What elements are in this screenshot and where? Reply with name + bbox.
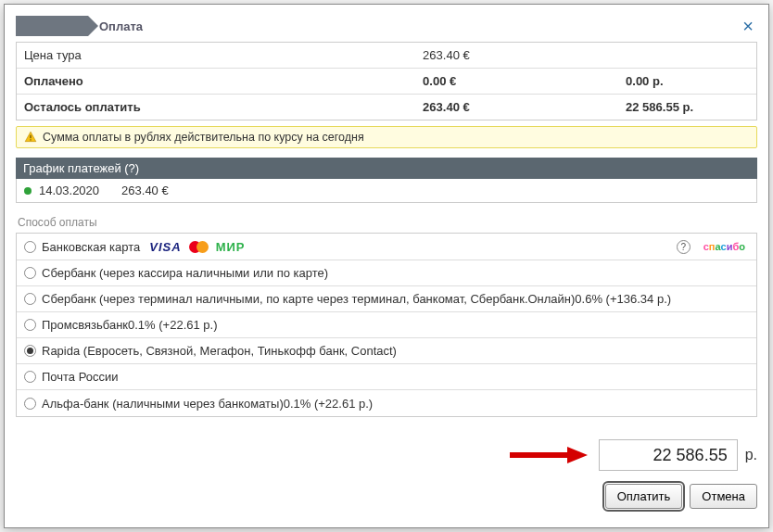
- pay-button[interactable]: Оплатить: [605, 484, 683, 509]
- cancel-button[interactable]: Отмена: [690, 484, 757, 509]
- help-icon[interactable]: ?: [677, 240, 691, 254]
- schedule-amount: 263.40 €: [121, 184, 169, 197]
- price-eur: 263.40 €: [423, 48, 626, 62]
- warning-icon: [24, 131, 37, 144]
- paid-rub: 0.00 р.: [626, 74, 749, 88]
- method-text: Сбербанк (через кассира наличными или по…: [42, 266, 749, 280]
- svg-marker-3: [567, 447, 588, 463]
- method-card[interactable]: Банковская карта VISA МИР ? спасибо: [17, 234, 756, 260]
- modal-header: Оплата ×: [16, 16, 757, 36]
- radio-icon[interactable]: [24, 267, 36, 279]
- method-alfabank[interactable]: Альфа-банк (наличными через банкоматы)0.…: [17, 390, 756, 416]
- modal-title: Оплата: [99, 19, 143, 33]
- rate-notice: Сумма оплаты в рублях действительна по к…: [16, 126, 757, 148]
- radio-icon[interactable]: [24, 398, 36, 410]
- svg-rect-2: [510, 452, 567, 458]
- method-rapida[interactable]: Rapida (Евросеть, Связной, Мегафон, Тинь…: [17, 338, 756, 364]
- price-summary: Цена тура 263.40 € Оплачено 0.00 € 0.00 …: [16, 42, 757, 120]
- status-dot-icon: [24, 187, 32, 195]
- arrow-right-icon: [510, 447, 588, 463]
- svg-rect-0: [30, 135, 31, 139]
- close-icon[interactable]: ×: [739, 17, 757, 35]
- method-sberbank-terminal[interactable]: Сбербанк (через терминал наличными, по к…: [17, 286, 756, 312]
- mir-logo: МИР: [216, 240, 246, 254]
- method-pochta[interactable]: Почта России: [17, 364, 756, 390]
- paid-eur: 0.00 €: [423, 74, 626, 88]
- radio-icon[interactable]: [24, 293, 36, 305]
- schedule-row: 14.03.2020 263.40 €: [16, 179, 757, 203]
- radio-icon[interactable]: [24, 241, 36, 253]
- method-text: Банковская карта: [42, 240, 140, 254]
- price-label: Цена тура: [24, 48, 423, 62]
- row-remaining: Осталось оплатить 263.40 € 22 586.55 р.: [17, 95, 756, 120]
- remain-eur: 263.40 €: [423, 100, 626, 114]
- currency-label: р.: [745, 447, 757, 463]
- breadcrumb-chip: [16, 16, 88, 36]
- spasibo-logo: спасибо: [700, 239, 749, 254]
- remain-rub: 22 586.55 р.: [626, 100, 749, 114]
- amount-input[interactable]: [599, 439, 738, 471]
- schedule-header[interactable]: График платежей (?): [16, 158, 757, 179]
- svg-rect-1: [30, 139, 31, 140]
- notice-text: Сумма оплаты в рублях действительна по к…: [43, 131, 364, 144]
- payment-methods: Банковская карта VISA МИР ? спасибо Сбер…: [16, 233, 757, 417]
- method-promsvyazbank[interactable]: Промсвязьбанк0.1% (+22.61 р.): [17, 312, 756, 338]
- amount-row: р.: [16, 439, 757, 471]
- visa-logo: VISA: [149, 240, 181, 254]
- method-sberbank-cashier[interactable]: Сбербанк (через кассира наличными или по…: [17, 260, 756, 286]
- radio-icon[interactable]: [24, 371, 36, 383]
- method-text: Сбербанк (через терминал наличными, по к…: [42, 292, 749, 306]
- payment-modal: Оплата × Цена тура 263.40 € Оплачено 0.0…: [4, 4, 769, 528]
- payment-method-label: Способ оплаты: [16, 216, 757, 233]
- schedule-date: 14.03.2020: [39, 184, 99, 197]
- row-paid: Оплачено 0.00 € 0.00 р.: [17, 69, 756, 95]
- mastercard-logo: [189, 241, 209, 253]
- method-text: Промсвязьбанк0.1% (+22.61 р.): [42, 318, 749, 332]
- radio-icon[interactable]: [24, 319, 36, 331]
- radio-icon[interactable]: [24, 345, 36, 357]
- remain-label: Осталось оплатить: [24, 100, 423, 114]
- method-text: Почта России: [42, 370, 749, 384]
- row-tour-price: Цена тура 263.40 €: [17, 43, 756, 69]
- method-text: Rapida (Евросеть, Связной, Мегафон, Тинь…: [42, 344, 749, 358]
- button-row: Оплатить Отмена: [16, 484, 757, 509]
- paid-label: Оплачено: [24, 74, 423, 88]
- method-text: Альфа-банк (наличными через банкоматы)0.…: [42, 397, 749, 411]
